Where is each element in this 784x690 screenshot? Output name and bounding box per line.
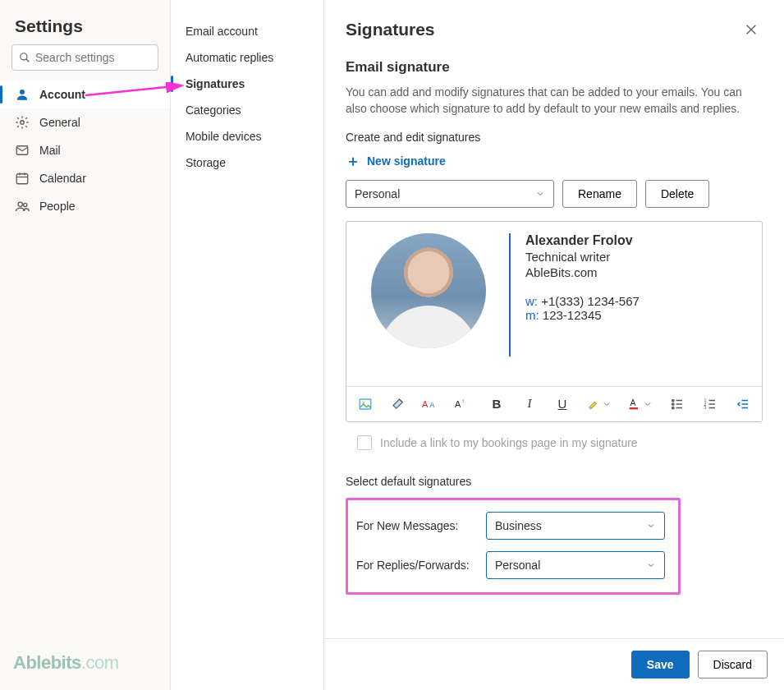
bulleted-list-button[interactable]	[665, 392, 690, 416]
search-icon	[19, 52, 30, 63]
svg-text:A: A	[630, 398, 635, 407]
svg-rect-20	[630, 407, 638, 409]
new-signature-button[interactable]: ＋ New signature	[346, 149, 446, 180]
subnav-item-signatures[interactable]: Signatures	[171, 71, 323, 97]
nav-item-calendar[interactable]: Calendar	[0, 164, 170, 192]
chevron-down-icon	[646, 521, 656, 531]
subnav: Email account Automatic replies Signatur…	[171, 0, 324, 690]
nav-item-label: Calendar	[39, 172, 86, 185]
svg-text:A: A	[429, 401, 434, 409]
nav-item-people[interactable]: People	[0, 192, 170, 220]
for-replies-select[interactable]: Personal	[486, 551, 665, 579]
signature-name: Alexander Frolov	[525, 233, 640, 248]
svg-text:A: A	[422, 399, 429, 409]
numbered-list-button[interactable]: 123	[698, 392, 722, 416]
for-new-label: For New Messages:	[356, 519, 478, 532]
gear-icon	[15, 115, 30, 130]
svg-line-1	[26, 59, 30, 62]
svg-point-2	[20, 90, 25, 94]
delete-button[interactable]: Delete	[645, 180, 709, 208]
signature-role: Technical writer	[525, 250, 640, 264]
svg-text:A: A	[455, 399, 461, 409]
section-title: Email signature	[346, 59, 763, 76]
chevron-down-icon	[602, 399, 612, 409]
include-bookings-checkbox[interactable]	[357, 435, 372, 450]
search-input[interactable]	[35, 51, 151, 64]
svg-point-0	[21, 53, 27, 60]
editor-toolbar: AA A↕ B I U A	[346, 386, 762, 421]
chevron-down-icon	[643, 399, 653, 409]
mail-icon	[15, 143, 30, 158]
highlight-button[interactable]	[583, 392, 616, 416]
person-icon	[15, 87, 30, 102]
signature-mobile-phone: m: 123-12345	[525, 308, 640, 322]
bold-button[interactable]: B	[484, 392, 509, 416]
for-new-select[interactable]: Business	[486, 512, 665, 540]
signature-select[interactable]: Personal	[346, 180, 554, 208]
signature-work-phone: w: +1(333) 1234-567	[525, 294, 640, 308]
signature-company: AbleBits.com	[525, 265, 640, 279]
for-new-value: Business	[495, 519, 542, 532]
subnav-item-automatic-replies[interactable]: Automatic replies	[171, 44, 323, 71]
chevron-down-icon	[535, 189, 545, 199]
close-icon	[745, 23, 758, 36]
subnav-item-email-account[interactable]: Email account	[171, 18, 323, 44]
chevron-down-icon	[646, 560, 656, 570]
format-painter-icon[interactable]	[386, 392, 410, 416]
nav-item-label: People	[39, 200, 76, 213]
italic-button[interactable]: I	[517, 392, 542, 416]
close-button[interactable]	[740, 18, 763, 41]
svg-point-21	[672, 399, 674, 401]
svg-point-3	[21, 121, 25, 125]
font-family-icon[interactable]: AA	[419, 392, 443, 416]
signature-text: Alexander Frolov Technical writer AbleBi…	[525, 233, 640, 356]
branding-logo: Ablebits.com	[0, 652, 170, 690]
svg-point-25	[672, 407, 674, 408]
svg-rect-5	[16, 174, 28, 184]
defaults-title: Select default signatures	[346, 475, 763, 488]
calendar-icon	[15, 171, 30, 186]
subnav-item-mobile-devices[interactable]: Mobile devices	[171, 123, 323, 150]
nav-item-account[interactable]: Account	[0, 80, 170, 108]
nav-item-general[interactable]: General	[0, 108, 170, 136]
avatar	[371, 233, 486, 348]
decrease-indent-button[interactable]	[731, 392, 755, 416]
underline-button[interactable]: U	[550, 392, 575, 416]
font-size-icon[interactable]: A↕	[452, 392, 476, 416]
settings-title: Settings	[0, 0, 170, 44]
discard-button[interactable]: Discard	[698, 651, 768, 678]
nav-item-label: Account	[39, 88, 85, 101]
font-color-button[interactable]: A	[624, 392, 657, 416]
search-input-wrap[interactable]	[11, 44, 158, 71]
subnav-item-categories[interactable]: Categories	[171, 97, 323, 123]
create-edit-label: Create and edit signatures	[346, 131, 763, 144]
svg-point-23	[672, 402, 674, 404]
defaults-highlight-box: For New Messages: Business For Replies/F…	[346, 498, 681, 595]
include-bookings-label: Include a link to my bookings page in my…	[380, 436, 638, 449]
nav-item-mail[interactable]: Mail	[0, 136, 170, 164]
svg-text:↕: ↕	[462, 398, 465, 403]
new-signature-label: New signature	[367, 154, 446, 168]
signature-editor[interactable]: Alexander Frolov Technical writer AbleBi…	[346, 221, 763, 422]
section-description: You can add and modify signatures that c…	[346, 84, 763, 117]
vertical-divider	[509, 233, 511, 356]
svg-point-9	[18, 202, 22, 206]
panel-title: Signatures	[346, 20, 435, 39]
nav-item-label: General	[39, 116, 80, 129]
svg-rect-13	[360, 399, 371, 409]
subnav-item-storage[interactable]: Storage	[171, 150, 323, 176]
svg-point-10	[24, 203, 27, 206]
plus-icon: ＋	[346, 154, 360, 168]
image-icon[interactable]	[353, 392, 378, 416]
for-replies-label: For Replies/Forwards:	[356, 559, 478, 572]
save-button[interactable]: Save	[631, 651, 690, 678]
people-icon	[15, 199, 30, 214]
for-replies-value: Personal	[495, 559, 540, 572]
nav-item-label: Mail	[39, 144, 61, 157]
rename-button[interactable]: Rename	[562, 180, 637, 208]
svg-text:3: 3	[704, 405, 707, 410]
signature-select-value: Personal	[355, 187, 400, 200]
